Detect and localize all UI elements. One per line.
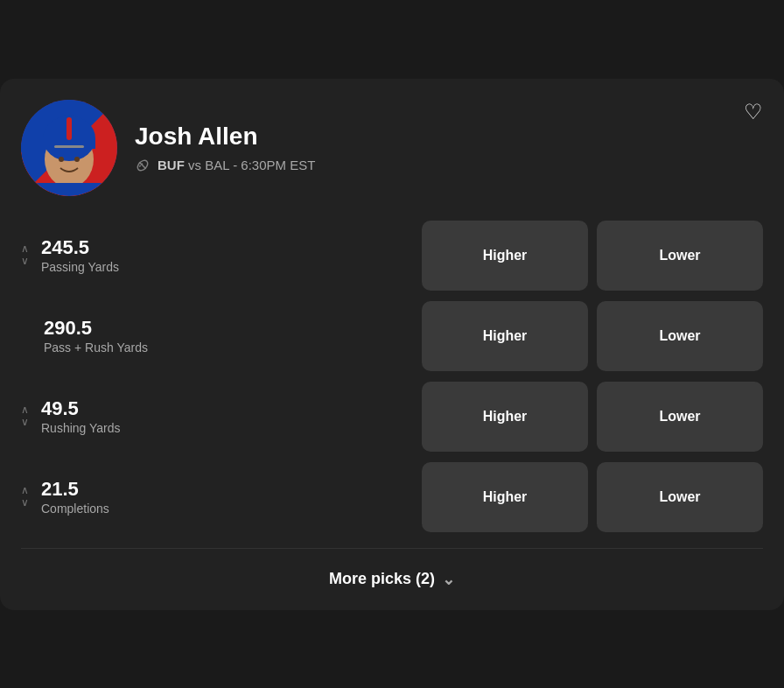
passing-yards-value: 245.5 (41, 236, 119, 259)
completions-higher-button[interactable]: Higher (422, 462, 588, 532)
game-info: BUF vs BAL - 6:30PM EST (135, 158, 315, 173)
rushing-yards-row: 49.5 Rushing Yards Higher Lower (21, 382, 763, 452)
svg-point-8 (74, 157, 80, 162)
pass-rush-yards-label: Pass + Rush Yards (44, 340, 148, 355)
pass-rush-yards-lower-button[interactable]: Lower (597, 301, 763, 371)
rushing-yards-label: Rushing Yards (41, 421, 121, 435)
passing-yards-label: Passing Yards (41, 260, 119, 274)
arrow-up-icon (21, 242, 29, 255)
completions-value: 21.5 (41, 478, 109, 501)
player-card: Josh Allen BUF vs BAL - 6:30PM EST ♡ (0, 79, 784, 610)
more-picks-label: More picks (2) (329, 570, 435, 588)
arrow-down-icon (21, 255, 29, 267)
completions-lower-button[interactable]: Lower (597, 462, 763, 532)
rushing-yards-value: 49.5 (41, 397, 121, 420)
completions-buttons: Higher Lower (422, 462, 763, 532)
passing-yards-lower-button[interactable]: Lower (597, 221, 763, 291)
completions-row: 21.5 Completions Higher Lower (21, 462, 763, 532)
completions-label: Completions (41, 502, 109, 516)
stats-container: 245.5 Passing Yards Higher Lower 290.5 P… (21, 221, 763, 532)
home-team: BUF (158, 158, 185, 172)
pass-rush-yards-left: 290.5 Pass + Rush Yards (21, 317, 422, 354)
rushing-yards-buttons: Higher Lower (422, 382, 763, 452)
rushing-yards-lower-button[interactable]: Lower (597, 382, 763, 452)
svg-rect-6 (54, 145, 84, 148)
divider (21, 548, 763, 549)
arrow-up-icon (21, 484, 29, 496)
pass-rush-yards-buttons: Higher Lower (422, 301, 763, 371)
chevron-down-icon: ⌄ (442, 570, 455, 589)
svg-point-7 (59, 157, 64, 162)
svg-line-14 (142, 163, 144, 165)
completions-left: 21.5 Completions (21, 478, 422, 515)
player-info: Josh Allen BUF vs BAL - 6:30PM EST (135, 123, 315, 173)
passing-yards-arrows (21, 242, 29, 268)
game-matchup: BUF vs BAL - 6:30PM EST (158, 158, 315, 172)
rushing-yards-left: 49.5 Rushing Yards (21, 397, 422, 434)
rushing-yards-arrows (21, 404, 29, 429)
more-picks-button[interactable]: More picks (2) ⌄ (21, 570, 763, 589)
pass-rush-yards-value: 290.5 (44, 317, 148, 340)
svg-rect-10 (66, 117, 72, 140)
passing-yards-left: 245.5 Passing Yards (21, 236, 422, 273)
arrow-down-icon (21, 416, 29, 428)
pass-rush-yards-info: 290.5 Pass + Rush Yards (44, 317, 148, 354)
game-separator: vs BAL - 6:30PM EST (188, 158, 315, 172)
passing-yards-row: 245.5 Passing Yards Higher Lower (21, 221, 763, 291)
football-icon (135, 158, 150, 173)
favorite-button[interactable]: ♡ (744, 100, 763, 124)
completions-info: 21.5 Completions (41, 478, 109, 515)
svg-rect-9 (34, 183, 104, 196)
svg-line-13 (139, 165, 141, 167)
player-header: Josh Allen BUF vs BAL - 6:30PM EST ♡ (21, 100, 763, 196)
passing-yards-higher-button[interactable]: Higher (422, 221, 588, 291)
player-name: Josh Allen (135, 123, 315, 151)
arrow-up-icon (21, 404, 29, 416)
rushing-yards-info: 49.5 Rushing Yards (41, 397, 121, 434)
passing-yards-buttons: Higher Lower (422, 221, 763, 291)
player-photo (21, 100, 117, 196)
pass-rush-yards-row: 290.5 Pass + Rush Yards Higher Lower (21, 301, 763, 371)
pass-rush-yards-higher-button[interactable]: Higher (422, 301, 588, 371)
passing-yards-info: 245.5 Passing Yards (41, 236, 119, 273)
arrow-down-icon (21, 496, 29, 509)
completions-arrows (21, 484, 29, 509)
avatar (21, 100, 117, 196)
rushing-yards-higher-button[interactable]: Higher (422, 382, 588, 452)
